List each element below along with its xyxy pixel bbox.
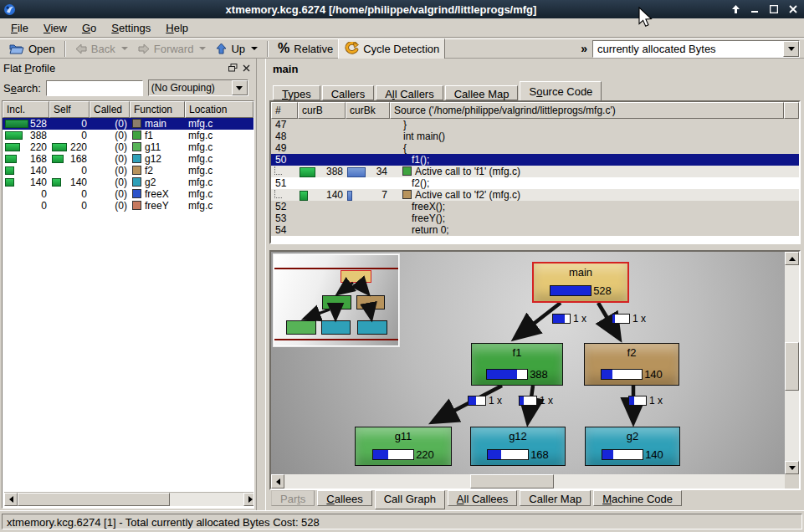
active-call-row[interactable]: 38834Active call to 'f1' (mfg.c) <box>271 166 799 177</box>
incl-cost-bar <box>5 143 20 151</box>
graph-node-g2[interactable]: g2140 <box>585 427 680 466</box>
menu-view[interactable]: View <box>36 19 74 37</box>
close-window-icon[interactable] <box>787 3 799 15</box>
edge-cost-bar <box>628 396 647 406</box>
function-row-main[interactable]: 5280(0)mainmfg.c <box>3 118 253 130</box>
graph-node-g11[interactable]: g11220 <box>355 427 452 466</box>
tab-all-callers[interactable]: All Callers <box>376 85 443 100</box>
tab-source-code[interactable]: Source Code <box>520 81 602 100</box>
menu-file[interactable]: File <box>3 19 36 37</box>
scroll-left-icon[interactable] <box>271 474 284 489</box>
cycle-detection-button[interactable]: Cycle Detection <box>338 38 445 59</box>
tab-callers[interactable]: Callers <box>322 85 374 100</box>
event-type-dropdown-icon[interactable] <box>783 41 799 57</box>
horizontal-splitter[interactable] <box>266 244 804 250</box>
graph-node-f2[interactable]: f2140 <box>584 343 679 386</box>
source-line-47[interactable]: 47} <box>271 119 799 130</box>
column-header-self[interactable]: Self <box>49 101 90 118</box>
grouping-dropdown-icon[interactable] <box>232 80 248 95</box>
function-color-icon <box>402 166 412 176</box>
function-row-f2[interactable]: 1400(0)f2mfg.c <box>3 165 253 176</box>
column-header-location[interactable]: Location <box>185 101 253 118</box>
window-title: xtmemory.kcg.6274 [/home/philippe/valgri… <box>33 3 729 16</box>
function-color-icon <box>132 201 141 210</box>
edge-cost-bar <box>519 396 537 406</box>
open-label: Open <box>28 43 55 55</box>
scroll-right-icon[interactable] <box>243 493 254 506</box>
function-row-g12[interactable]: 168168(0)g12mfg.c <box>3 153 253 165</box>
node-label: g2 <box>586 430 679 442</box>
column-header-function[interactable]: Function <box>130 101 185 118</box>
incl-cost-bar <box>5 178 14 187</box>
tab-caller-map[interactable]: Caller Map <box>520 490 591 506</box>
tab-callee-map[interactable]: Callee Map <box>445 85 519 100</box>
source-column-header-curb[interactable]: curB <box>298 102 346 119</box>
tab-callees[interactable]: Callees <box>317 490 371 506</box>
function-row-f1[interactable]: 3880(0)f1mfg.c <box>3 130 253 141</box>
source-line-54[interactable]: 54return 0; <box>271 224 799 236</box>
graph-node-main[interactable]: main528 <box>532 262 629 303</box>
flat-profile-hscrollbar[interactable] <box>4 492 254 506</box>
source-column-header-#[interactable]: # <box>271 102 298 119</box>
source-column-header-source[interactable]: Source ('/home/philippe/valgrind/littlep… <box>390 102 784 119</box>
shade-window-icon[interactable] <box>730 3 741 15</box>
search-input[interactable] <box>46 80 143 96</box>
back-button[interactable]: Back <box>70 39 133 59</box>
tab-all-callees[interactable]: All Callees <box>448 490 517 506</box>
node-cost-value: 220 <box>416 448 434 461</box>
up-button[interactable]: Up <box>211 39 263 59</box>
back-dropdown-icon[interactable] <box>121 47 128 50</box>
cycle-detection-icon <box>344 42 359 55</box>
open-button[interactable]: Open <box>4 39 60 59</box>
scroll-thumb[interactable] <box>785 342 799 391</box>
close-dock-icon[interactable] <box>239 62 253 74</box>
column-header-called[interactable]: Called <box>90 101 130 118</box>
forward-label: Forward <box>154 43 194 55</box>
forward-dropdown-icon[interactable] <box>199 47 206 50</box>
relative-toggle-button[interactable]: % Relative <box>273 39 338 59</box>
scroll-down-icon[interactable] <box>785 461 799 474</box>
source-line-53[interactable]: 53freeY(); <box>271 212 799 224</box>
grouping-combobox[interactable]: (No Grouping) <box>148 79 248 96</box>
visualization-tabbar: PartsCalleesCall GraphAll CalleesCaller … <box>271 490 684 510</box>
scroll-thumb[interactable] <box>18 493 170 506</box>
up-arrow-icon <box>216 43 227 54</box>
call-graph-canvas[interactable]: main528f1388f2140g11220g12168g21401 x1 x… <box>271 252 785 474</box>
tab-call-graph[interactable]: Call Graph <box>375 490 445 509</box>
graph-hscrollbar[interactable] <box>271 474 799 489</box>
float-dock-icon[interactable] <box>226 62 239 74</box>
tab-types[interactable]: Types <box>273 85 320 100</box>
scroll-thumb[interactable] <box>470 474 554 489</box>
graph-vscrollbar[interactable] <box>785 252 799 474</box>
status-message: xtmemory.kcg.6274 [1] - Total currently … <box>2 514 802 529</box>
scroll-left-icon[interactable] <box>4 493 18 506</box>
function-row-freeY[interactable]: 00(0)freeYmfg.c <box>3 200 253 212</box>
source-column-header-curbk[interactable]: curBk <box>346 102 390 119</box>
active-call-row[interactable]: 1407Active call to 'f2' (mfg.c) <box>271 189 799 201</box>
minimize-window-icon[interactable] <box>749 3 760 15</box>
source-line-52[interactable]: 52freeX(); <box>271 201 799 212</box>
event-type-combobox[interactable]: currently allocated Bytes <box>592 40 800 58</box>
graph-node-f1[interactable]: f1388 <box>471 343 563 386</box>
function-row-g11[interactable]: 220220(0)g11mfg.c <box>3 141 253 153</box>
forward-button[interactable]: Forward <box>133 39 212 59</box>
up-dropdown-icon[interactable] <box>251 47 258 50</box>
source-line-48[interactable]: 48int main() <box>271 130 799 142</box>
source-line-51[interactable]: 51f2(); <box>271 177 799 189</box>
function-row-g2[interactable]: 140140(0)g2mfg.c <box>3 176 253 188</box>
graph-node-g12[interactable]: g12168 <box>470 427 566 466</box>
source-line-49[interactable]: 49{ <box>271 142 799 154</box>
edge-call-count-label: 1 x <box>468 395 502 407</box>
vertical-splitter[interactable] <box>256 59 266 510</box>
call-graph-view: main528f1388f2140g11220g12168g21401 x1 x… <box>269 250 801 490</box>
menu-help[interactable]: Help <box>158 19 196 37</box>
maximize-window-icon[interactable] <box>768 3 780 15</box>
source-line-50[interactable]: 50f1(); <box>271 154 799 166</box>
menu-settings[interactable]: Settings <box>104 19 158 37</box>
column-header-incl[interactable]: Incl. <box>3 101 49 118</box>
scroll-up-icon[interactable] <box>785 252 799 265</box>
toolbar-overflow-chevron[interactable]: » <box>581 42 587 55</box>
function-row-freeX[interactable]: 00(0)freeXmfg.c <box>3 188 253 200</box>
menu-go[interactable]: Go <box>74 19 104 37</box>
tab-machine-code[interactable]: Machine Code <box>593 490 682 506</box>
